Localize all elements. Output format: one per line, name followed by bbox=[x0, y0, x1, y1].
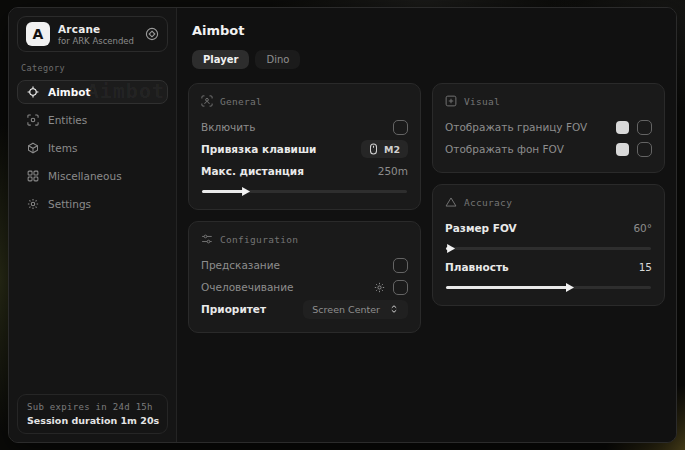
fov-background-checkbox[interactable] bbox=[637, 142, 652, 157]
keybind-button[interactable]: M2 bbox=[361, 140, 408, 158]
tab-player[interactable]: Player bbox=[192, 50, 249, 69]
session-duration-text: Session duration 1m 20s bbox=[27, 415, 158, 426]
sidebar-item-aimbot[interactable]: Aimbot Aimbot bbox=[17, 80, 168, 104]
page-title: Aimbot bbox=[192, 23, 665, 38]
fov-border-color-swatch[interactable] bbox=[616, 121, 629, 134]
brand-card: A Arcane for ARK Ascended bbox=[17, 16, 168, 52]
sidebar-item-label: Miscellaneous bbox=[48, 170, 122, 182]
general-card: General Включить Привязка клавиши M2 bbox=[188, 83, 421, 210]
mouse-icon bbox=[369, 143, 378, 155]
smoothness-slider[interactable] bbox=[446, 286, 651, 289]
fov-size-slider[interactable] bbox=[446, 247, 651, 250]
smoothness-value: 15 bbox=[639, 261, 652, 273]
priority-select[interactable]: Screen Center bbox=[303, 300, 408, 319]
visual-card-header: Visual bbox=[445, 95, 652, 107]
configuration-card: Configuration Предсказание Очеловечивани… bbox=[188, 221, 421, 333]
max-distance-label: Макс. дистанция bbox=[201, 165, 304, 177]
chevron-up-down-icon bbox=[389, 304, 399, 314]
row-smoothness: Плавность 15 bbox=[445, 256, 652, 278]
app-logo: A bbox=[26, 22, 50, 46]
row-humanization: Очеловечивание bbox=[201, 276, 408, 298]
sidebar-item-settings[interactable]: Settings bbox=[17, 192, 168, 216]
session-info-card: Sub expires in 24d 15h Session duration … bbox=[17, 394, 168, 434]
crosshair-icon bbox=[27, 86, 39, 98]
max-distance-slider[interactable] bbox=[202, 190, 407, 193]
prediction-checkbox[interactable] bbox=[393, 258, 408, 273]
row-max-distance: Макс. дистанция 250m bbox=[201, 160, 408, 182]
app-name: Arcane bbox=[58, 23, 137, 35]
fov-size-value: 60° bbox=[633, 222, 652, 234]
configuration-card-title: Configuration bbox=[220, 234, 298, 245]
general-card-title: General bbox=[220, 96, 262, 107]
cards-grid: General Включить Привязка клавиши M2 bbox=[188, 83, 665, 333]
gear-icon bbox=[27, 198, 39, 210]
sliders-icon bbox=[201, 233, 213, 245]
row-prediction: Предсказание bbox=[201, 254, 408, 276]
enable-label: Включить bbox=[201, 121, 255, 133]
max-distance-value: 250m bbox=[378, 165, 408, 177]
priority-label: Приоритет bbox=[201, 303, 266, 315]
row-priority: Приоритет Screen Center bbox=[201, 298, 408, 320]
accuracy-card: Accuracy Размер FOV 60° Плавность 15 bbox=[432, 184, 665, 306]
diamond-badge-icon[interactable] bbox=[145, 27, 159, 41]
main-content: Aimbot Player Dino General Включить bbox=[177, 8, 676, 442]
row-keybind: Привязка клавиши M2 bbox=[201, 138, 408, 160]
left-column: General Включить Привязка клавиши M2 bbox=[188, 83, 421, 333]
person-focus-icon bbox=[201, 95, 213, 107]
priority-value: Screen Center bbox=[312, 304, 380, 315]
app-window: A Arcane for ARK Ascended Category Aimbo… bbox=[8, 7, 677, 443]
visual-card: Visual Отображать границу FOV Отображать… bbox=[432, 83, 665, 173]
row-fov-border: Отображать границу FOV bbox=[445, 116, 652, 138]
slider-thumb[interactable] bbox=[242, 187, 250, 196]
row-fov-background: Отображать фон FOV bbox=[445, 138, 652, 160]
tab-bar: Player Dino bbox=[192, 50, 665, 69]
humanization-checkbox[interactable] bbox=[393, 280, 408, 295]
accuracy-card-header: Accuracy bbox=[445, 196, 652, 208]
cube-icon bbox=[27, 142, 39, 154]
fov-background-label: Отображать фон FOV bbox=[445, 143, 564, 155]
slider-thumb[interactable] bbox=[566, 283, 574, 292]
row-enable: Включить bbox=[201, 116, 408, 138]
accuracy-card-title: Accuracy bbox=[464, 197, 512, 208]
fov-border-label: Отображать границу FOV bbox=[445, 121, 587, 133]
sidebar-item-label: Items bbox=[48, 142, 77, 154]
slider-thumb[interactable] bbox=[447, 244, 455, 253]
humanization-gear-icon[interactable] bbox=[374, 282, 385, 293]
fov-size-label: Размер FOV bbox=[445, 222, 517, 234]
enable-checkbox[interactable] bbox=[393, 120, 408, 135]
configuration-card-header: Configuration bbox=[201, 233, 408, 245]
sidebar-item-label: Aimbot bbox=[48, 86, 90, 98]
row-fov-size: Размер FOV 60° bbox=[445, 217, 652, 239]
keybind-label: Привязка клавиши bbox=[201, 143, 316, 155]
sub-expires-text: Sub expires in 24d 15h bbox=[27, 402, 158, 412]
humanization-label: Очеловечивание bbox=[201, 281, 294, 293]
aimbot-watermark: Aimbot bbox=[87, 80, 165, 103]
scan-target-icon bbox=[27, 114, 39, 126]
smoothness-label: Плавность bbox=[445, 261, 509, 273]
fov-border-checkbox[interactable] bbox=[637, 120, 652, 135]
prediction-label: Предсказание bbox=[201, 259, 280, 271]
general-card-header: General bbox=[201, 95, 408, 107]
keybind-value: M2 bbox=[384, 144, 400, 155]
visual-card-title: Visual bbox=[464, 96, 500, 107]
sidebar-item-label: Entities bbox=[48, 114, 87, 126]
category-label: Category bbox=[17, 52, 168, 80]
sidebar-item-miscellaneous[interactable]: Miscellaneous bbox=[17, 164, 168, 188]
grid-icon bbox=[27, 170, 39, 182]
tab-dino[interactable]: Dino bbox=[255, 50, 300, 69]
triangle-icon bbox=[445, 196, 457, 208]
sidebar-nav: Aimbot Aimbot Entities Items Miscellane bbox=[17, 80, 168, 220]
fov-background-color-swatch[interactable] bbox=[616, 143, 629, 156]
sidebar: A Arcane for ARK Ascended Category Aimbo… bbox=[9, 8, 177, 442]
app-subtitle: for ARK Ascended bbox=[58, 36, 137, 46]
sidebar-item-entities[interactable]: Entities bbox=[17, 108, 168, 132]
sidebar-item-label: Settings bbox=[48, 198, 91, 210]
right-column: Visual Отображать границу FOV Отображать… bbox=[432, 83, 665, 306]
sidebar-item-items[interactable]: Items bbox=[17, 136, 168, 160]
brand-text: Arcane for ARK Ascended bbox=[58, 23, 137, 46]
frame-plus-icon bbox=[445, 95, 457, 107]
